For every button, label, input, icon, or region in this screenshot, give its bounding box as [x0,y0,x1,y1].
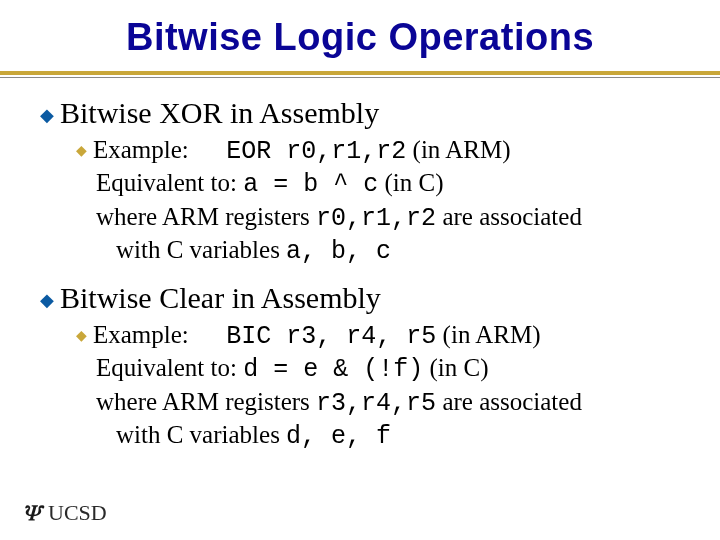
line-text: Example: BIC r3, r4, r5 (in ARM) [93,319,541,352]
trident-icon: 𝛹 [24,500,42,526]
asm-code: BIC r3, r4, r5 [226,322,436,351]
equiv-note: (in C) [423,354,488,381]
xor-equiv-line: Equivalent to: a = b ^ c (in C) [96,167,690,200]
ucsd-logo: 𝛹 UCSD [24,500,107,526]
equiv-label: Equivalent to: [96,354,243,381]
example-label: Example: [93,321,189,348]
xor-where-line1: where ARM registers r0,r1,r2 are associa… [96,201,690,234]
equiv-code: d = e & (!f) [243,355,423,384]
where-code: r3,r4,r5 [316,389,436,418]
bic-where-line2: with C variables d, e, f [96,419,690,452]
where-mid: are associated [436,388,582,415]
where2-pre: with C variables [116,421,286,448]
divider-gold [0,71,720,75]
where-pre: where ARM registers [96,388,316,415]
bullet-icon [40,289,54,311]
asm-code: EOR r0,r1,r2 [226,137,406,166]
where-code: r0,r1,r2 [316,204,436,233]
heading-xor: Bitwise XOR in Assembly [40,96,690,130]
asm-note: (in ARM) [406,136,510,163]
heading-bic: Bitwise Clear in Assembly [40,281,690,315]
bic-where-line1: where ARM registers r3,r4,r5 are associa… [96,386,690,419]
slide: Bitwise Logic Operations Bitwise XOR in … [0,0,720,540]
example-label: Example: [93,136,189,163]
heading-text: Bitwise XOR in Assembly [60,96,379,130]
xor-example-line: Example: EOR r0,r1,r2 (in ARM) [76,134,690,167]
where2-pre: with C variables [116,236,286,263]
heading-text: Bitwise Clear in Assembly [60,281,381,315]
bullet-icon [40,104,54,126]
xor-where-line2: with C variables a, b, c [96,234,690,267]
bic-equiv-line: Equivalent to: d = e & (!f) (in C) [96,352,690,385]
where2-code: a, b, c [286,237,391,266]
line-text: Example: EOR r0,r1,r2 (in ARM) [93,134,511,167]
equiv-code: a = b ^ c [243,170,378,199]
where-mid: are associated [436,203,582,230]
logo-text: UCSD [48,500,107,526]
content: Bitwise XOR in Assembly Example: EOR r0,… [0,78,720,452]
bullet-icon [76,327,87,344]
where2-code: d, e, f [286,422,391,451]
where-pre: where ARM registers [96,203,316,230]
bic-example-line: Example: BIC r3, r4, r5 (in ARM) [76,319,690,352]
bullet-icon [76,142,87,159]
equiv-note: (in C) [378,169,443,196]
equiv-label: Equivalent to: [96,169,243,196]
slide-title: Bitwise Logic Operations [0,0,720,71]
asm-note: (in ARM) [436,321,540,348]
